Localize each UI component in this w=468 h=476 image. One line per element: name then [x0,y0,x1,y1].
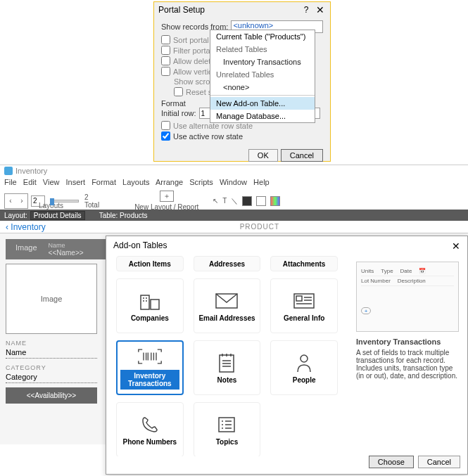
tile-email[interactable]: Email Addresses [194,278,261,333]
layout-bar: Layout: Product Details Table: Products [0,210,468,221]
pointer-tool-icon[interactable]: ↖ [213,197,218,205]
tile-people[interactable]: People [270,340,338,395]
menu-bar: File Edit View Insert Format Layouts Arr… [0,176,468,188]
menu-help[interactable]: Help [253,178,270,186]
name-field[interactable] [6,347,97,359]
portal-titlebar: Portal Setup ? ✕ [154,2,330,18]
fill-tool-icon[interactable] [242,196,252,206]
category-field[interactable] [6,371,97,383]
tile-general-info[interactable]: General Info [270,278,338,333]
tile-phone[interactable]: Phone Numbers [116,402,184,456]
inventory-header: ‹ Inventory PRODUCT [0,221,468,233]
sort-checkbox[interactable] [161,35,170,44]
new-layout-label[interactable]: New Layout / Report [134,203,198,211]
people-icon [291,352,317,373]
header-center: PRODUCT [51,223,468,231]
text-tool-icon[interactable]: T [222,197,227,205]
active-row-checkbox[interactable] [161,131,170,141]
back-link[interactable]: ‹ Inventory [0,222,51,232]
choose-button[interactable]: Choose [369,456,414,468]
dropdown-related-header: Related Tables [210,43,315,56]
preview-title: Inventory Transactions [356,337,459,346]
addon-preview: UnitsTypeDate📅 Lot NumberDescription + I… [348,256,467,456]
image-header: Image [11,242,42,257]
portal-title: Portal Setup [158,5,301,15]
filter-checkbox[interactable] [161,46,170,55]
companies-icon [137,290,163,311]
record-slider[interactable] [51,200,79,202]
phone-icon [137,414,163,435]
divider [210,95,315,96]
dropdown-unrelated-header: Unrelated Tables [210,68,315,81]
close-icon[interactable]: ✕ [315,4,326,15]
dropdown-new-addon[interactable]: New Add-on Table... [210,97,315,110]
menu-file[interactable]: File [4,178,17,186]
barcode-icon [137,346,163,367]
allow-vertical-checkbox[interactable] [161,67,170,76]
layout-select[interactable]: Product Details [30,211,85,220]
help-icon[interactable]: ? [301,5,312,15]
tile-attachments[interactable]: Attachments [270,256,338,271]
preview-thumbnail: UnitsTypeDate📅 Lot NumberDescription + [356,262,459,332]
svg-rect-1 [151,300,159,309]
nav-next-button[interactable]: › [16,194,27,208]
svg-point-25 [301,355,308,362]
dropdown-manage-db[interactable]: Manage Database... [210,110,315,122]
tile-inventory-transactions[interactable]: Inventory Transactions [116,340,184,395]
topics-icon [214,414,239,435]
tile-topics[interactable]: Topics [194,402,261,456]
dropdown-inventory-transactions[interactable]: Inventory Transactions [210,56,315,68]
total-label: Total [84,201,99,209]
menu-format[interactable]: Format [91,178,116,186]
records-dropdown: Current Table ("Products") Related Table… [210,30,315,123]
menu-edit[interactable]: Edit [23,178,37,186]
tile-companies[interactable]: Companies [116,278,184,333]
tool-icons: ↖ T ＼ [213,196,280,206]
addon-dialog: Add-on Tables ✕ Action Items Addresses A… [106,236,468,475]
nav-prev-button[interactable]: ‹ [5,194,16,208]
addon-title: Add-on Tables [113,240,452,252]
menu-insert[interactable]: Insert [66,178,86,186]
image-placeholder[interactable]: Image [6,264,97,334]
record-count: 2 [84,193,99,201]
tile-notes[interactable]: Notes [194,340,261,395]
svg-rect-0 [141,295,149,309]
allow-delete-checkbox[interactable] [161,56,170,65]
cancel-button[interactable]: Cancel [281,149,323,162]
menu-layouts[interactable]: Layouts [122,178,150,186]
ok-button[interactable]: OK [248,149,278,162]
line-tool-icon[interactable]: ＼ [231,196,238,206]
preview-description: A set of fields to track multiple transa… [356,349,459,380]
app-title: Inventory [0,165,468,176]
dropdown-current-table[interactable]: Current Table ("Products") [210,30,315,43]
tile-action-items[interactable]: Action Items [116,256,184,271]
info-icon [291,290,317,311]
table-label: Table: Products [99,212,148,219]
menu-arrange[interactable]: Arrange [156,178,183,186]
nav-buttons: ‹ › [4,193,28,209]
rect-tool-icon[interactable] [256,196,266,206]
email-icon [214,290,239,311]
addon-cancel-button[interactable]: Cancel [418,456,460,468]
notes-icon [214,352,239,373]
menu-view[interactable]: View [43,178,60,186]
chart-tool-icon[interactable] [270,196,280,206]
menu-scripts[interactable]: Scripts [189,178,213,186]
addon-close-icon[interactable]: ✕ [452,240,460,252]
reset-scroll-checkbox[interactable] [174,87,183,96]
dropdown-none[interactable]: <none> [210,81,315,94]
svg-rect-8 [296,296,302,301]
availability-button[interactable]: <<Availability>> [6,387,97,404]
alt-row-checkbox[interactable] [161,121,170,130]
tile-addresses[interactable]: Addresses [194,256,261,271]
menu-window[interactable]: Window [220,178,247,186]
